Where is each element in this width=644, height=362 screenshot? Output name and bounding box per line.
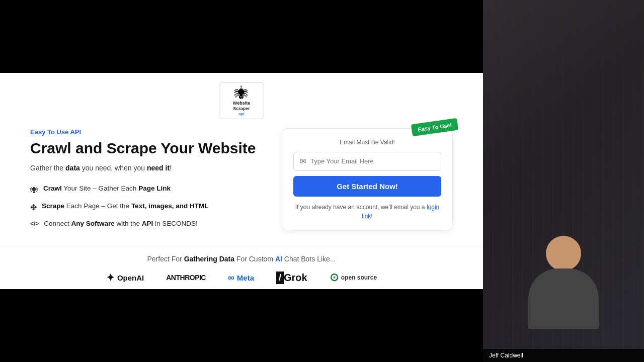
person-name: Jeff Caldwell — [489, 352, 523, 359]
meta-icon: ∞ — [228, 273, 234, 283]
person-head — [546, 236, 581, 271]
grok-label: Grok — [284, 272, 307, 284]
email-icon: ✉ — [300, 157, 306, 166]
validation-message: Email Must Be Valid! — [293, 139, 441, 146]
email-input-wrapper[interactable]: ✉ — [293, 152, 441, 171]
anthropic-label: ANTHROPIC — [166, 274, 206, 282]
logo-text: WebsiteScraper — [233, 101, 250, 112]
person-silhouette — [528, 236, 599, 329]
login-text: If you already have an account, we'll em… — [293, 203, 441, 221]
logo-spider-icon: 🕷 — [234, 86, 249, 101]
brand-anthropic: ANTHROPIC — [166, 274, 206, 282]
grok-slash-icon: / — [276, 272, 284, 284]
scrape-icon: ✤ — [30, 202, 37, 214]
feature-scrape: ✤ Scrape Each Page – Get the Text, image… — [30, 201, 262, 214]
logo-api-text: api — [238, 112, 245, 116]
opensource-icon: ⊙ — [330, 271, 339, 284]
get-started-button[interactable]: Get Started Now! — [293, 176, 441, 197]
headline-text: Crawl and Scrape Your Website — [30, 140, 256, 156]
brands-row: ✦ OpenAI ANTHROPIC ∞ Meta / Grok ⊙ open … — [106, 271, 377, 284]
brand-grok: / Grok — [276, 272, 307, 284]
feature-scrape-text: Scrape Each Page – Get the Text, images,… — [42, 201, 208, 211]
black-bar-top — [0, 0, 483, 73]
email-input[interactable] — [310, 157, 435, 165]
main-screen: 🕷 WebsiteScraper api Easy To Use API Cra… — [0, 0, 483, 362]
two-column-layout: Easy To Use API Crawl and Scrape Your We… — [30, 128, 453, 230]
logo-container: 🕷 WebsiteScraper api — [219, 82, 264, 119]
need-bold: need it — [147, 164, 170, 172]
openai-icon: ✦ — [106, 272, 115, 284]
crawl-icon: 🕷 — [30, 184, 38, 196]
logo-box: 🕷 WebsiteScraper api — [219, 82, 264, 119]
feature-connect: </> Connect Any Software with the API in… — [30, 219, 262, 229]
bottom-bar: Perfect For Gathering Data For Custom AI… — [0, 246, 483, 289]
openai-label: OpenAI — [117, 274, 144, 282]
right-column: Easy To Use! Email Must Be Valid! ✉ Get … — [282, 128, 453, 230]
subheadline: Gather the data you need, when you need … — [30, 163, 262, 173]
webcam-panel: Jeff Caldwell — [483, 0, 644, 362]
webcam-label: Jeff Caldwell — [483, 349, 644, 362]
feature-crawl: 🕷 Crawl Your Site – Gather Each Page Lin… — [30, 184, 262, 196]
data-bold: data — [65, 164, 80, 172]
form-card: Email Must Be Valid! ✉ Get Started Now! … — [282, 128, 453, 230]
person-body — [528, 268, 599, 329]
headline: Crawl and Scrape Your Website — [30, 140, 262, 157]
opensource-label: open source — [341, 274, 377, 281]
code-icon: </> — [30, 219, 39, 228]
login-link[interactable]: login link — [362, 204, 439, 220]
brand-meta: ∞ Meta — [228, 273, 254, 283]
black-bar-bottom — [0, 289, 483, 362]
feature-crawl-text: Crawl Your Site – Gather Each Page Link — [43, 184, 171, 194]
left-column: Easy To Use API Crawl and Scrape Your We… — [30, 128, 262, 229]
perfect-text: Perfect For Gathering Data For Custom AI… — [147, 255, 336, 263]
feature-connect-text: Connect Any Software with the API in SEC… — [44, 219, 197, 229]
brand-opensource: ⊙ open source — [330, 271, 377, 284]
webcam-video — [483, 0, 644, 349]
feature-list: 🕷 Crawl Your Site – Gather Each Page Lin… — [30, 184, 262, 229]
tagline: Easy To Use API — [30, 128, 262, 136]
content-area: 🕷 WebsiteScraper api Easy To Use API Cra… — [0, 73, 483, 246]
meta-label: Meta — [237, 274, 254, 282]
brand-openai: ✦ OpenAI — [106, 272, 144, 284]
